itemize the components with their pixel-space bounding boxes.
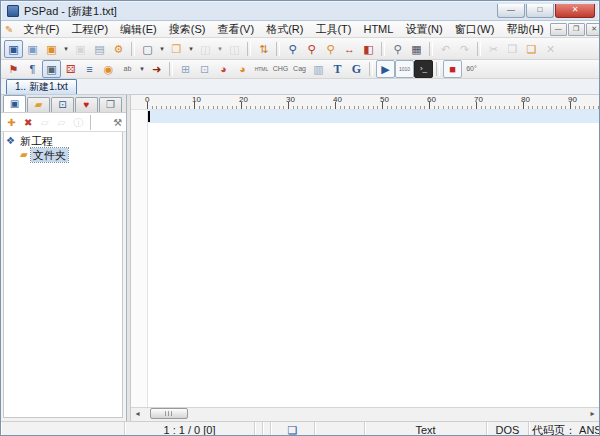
toolbar-separator <box>429 42 433 56</box>
menu-item[interactable]: 设置(N) <box>399 22 448 37</box>
scrollbar-thumb[interactable] <box>150 408 188 419</box>
open-file-menu-icon[interactable]: ▾ <box>186 40 196 58</box>
scroll-left-button[interactable]: ◂ <box>131 408 144 421</box>
menu-item[interactable]: 文件(F) <box>17 22 65 37</box>
show-formatting-icon[interactable]: ¶ <box>23 60 42 78</box>
mdi-restore-button[interactable]: ❐ <box>568 23 585 36</box>
menu-item[interactable]: 搜索(S) <box>163 22 212 37</box>
save-all-icon[interactable]: ◫ <box>225 40 244 58</box>
close-button[interactable]: ✕ <box>555 4 595 18</box>
save-file-menu-icon[interactable]: ▾ <box>215 40 225 58</box>
menu-item[interactable]: HTML <box>357 22 399 37</box>
menu-item[interactable]: 查看(V) <box>211 22 260 37</box>
tree-item-folder[interactable]: ▰ 文件夹 <box>4 148 122 162</box>
console-icon[interactable]: ›_ <box>414 60 433 78</box>
tree-item-icon: ▰ <box>20 148 28 162</box>
text-filter-icon[interactable]: T <box>328 60 347 78</box>
insert-template-icon[interactable]: ⊞ <box>176 60 195 78</box>
menu-item[interactable]: 工程(P) <box>65 22 114 37</box>
strip-tags-icon[interactable]: Cag <box>290 60 309 78</box>
project-add-file-icon[interactable]: ✚ <box>3 114 20 131</box>
frame-view-icon[interactable]: ▣ <box>42 60 61 78</box>
text-area[interactable] <box>131 110 599 407</box>
column-ruler: 0102030405060708090 <box>131 95 599 110</box>
sidebar-tab-ftp[interactable]: ⊡ <box>51 97 74 112</box>
search-replace-icon[interactable]: ⚲ <box>302 40 321 58</box>
undo-icon[interactable]: ↶ <box>436 40 455 58</box>
project-tools-icon[interactable]: ⚒ <box>109 114 126 131</box>
print-icon[interactable]: ▦ <box>407 40 426 58</box>
mdi-close-button[interactable]: ✕ <box>586 23 600 36</box>
code-tree-icon[interactable]: ⇅ <box>254 40 273 58</box>
tag-editor-icon[interactable]: ⊡ <box>195 60 214 78</box>
cut-icon[interactable]: ✂ <box>484 40 503 58</box>
minimize-button[interactable]: — <box>497 4 525 18</box>
delete-icon[interactable]: ✕ <box>541 40 560 58</box>
status-line-ending: DOS <box>487 422 529 436</box>
print-preview-icon[interactable]: ⚲ <box>388 40 407 58</box>
lock-file-icon[interactable]: ◉ <box>99 60 118 78</box>
project-close-icon[interactable]: ▣ <box>71 40 90 58</box>
project-remove-file-icon[interactable]: ✖ <box>20 114 37 131</box>
tab-new-file-1[interactable]: 1.. 新建1.txt <box>6 79 77 94</box>
color-picker-icon[interactable]: ◕ <box>214 60 233 78</box>
project-new-icon[interactable]: ▣ <box>4 40 23 58</box>
project-save-icon[interactable]: ▣ <box>42 40 61 58</box>
scroll-right-button[interactable]: ▸ <box>586 408 599 421</box>
open-file-icon[interactable]: ❒ <box>167 40 186 58</box>
maximize-button[interactable]: □ <box>526 4 554 18</box>
change-case-icon[interactable]: CHG <box>271 60 290 78</box>
titlebar[interactable]: PSPad - [新建1.txt] —□✕ <box>1 1 599 20</box>
menu-item[interactable]: 工具(T) <box>309 22 357 37</box>
syntax-colors-icon[interactable]: ⚄ <box>61 60 80 78</box>
menu-item[interactable]: 格式(R) <box>260 22 309 37</box>
paste-icon[interactable]: ❏ <box>522 40 541 58</box>
project-keymap-icon[interactable]: ▤ <box>90 40 109 58</box>
project-open-icon[interactable]: ▣ <box>23 40 42 58</box>
run-script-icon[interactable]: ▶ <box>376 60 395 78</box>
status-caret-position: 1 : 1 / 0 [0] <box>125 422 255 436</box>
horizontal-scrollbar[interactable]: ◂ ▸ <box>131 407 599 421</box>
menu-item[interactable]: 编辑(E) <box>114 22 163 37</box>
new-file-menu-icon[interactable]: ▾ <box>157 40 167 58</box>
project-info-icon[interactable]: ⓘ <box>70 114 87 131</box>
pin-icon[interactable]: ➜ <box>147 60 166 78</box>
menu-item[interactable]: 帮助(H) <box>500 22 549 37</box>
google-search-icon[interactable]: G <box>347 60 366 78</box>
degree-icon[interactable]: 60° <box>462 60 481 78</box>
sidebar-tab-favorites[interactable]: ♥ <box>75 97 98 112</box>
tree-item-project[interactable]: ❖ 新工程 <box>4 134 122 148</box>
wysiwyg-icon[interactable]: HTML <box>252 60 271 78</box>
copy-icon[interactable]: ❐ <box>503 40 522 58</box>
table-icon[interactable]: ▥ <box>309 60 328 78</box>
redo-icon[interactable]: ↷ <box>455 40 474 58</box>
mdi-minimize-button[interactable]: — <box>550 23 567 36</box>
window-title: PSPad - [新建1.txt] <box>24 4 493 19</box>
record-macro-icon[interactable]: ■ <box>443 60 462 78</box>
project-new-folder-icon[interactable]: ▱ <box>36 114 53 131</box>
sidebar-tab-windows[interactable]: ❐ <box>99 97 122 112</box>
toolbar-separator <box>247 42 251 56</box>
goto-line-icon[interactable]: ↔ <box>340 40 359 58</box>
new-file-icon[interactable]: ▢ <box>138 40 157 58</box>
project-save-menu-icon[interactable]: ▾ <box>61 40 71 58</box>
search-in-files-icon[interactable]: ⚲ <box>321 40 340 58</box>
sidebar-tab-project[interactable]: ▣ <box>3 95 26 112</box>
sort-lines-icon[interactable]: ≡ <box>80 60 99 78</box>
numbers-icon[interactable]: 1010 <box>395 60 414 78</box>
tree-item-icon: ❖ <box>6 134 15 148</box>
sidebar-tab-files[interactable]: ▰ <box>27 97 50 112</box>
status-codepage: 代码页： ANSI (W <box>529 422 599 436</box>
menu-item[interactable]: 窗口(W) <box>449 22 501 37</box>
code-explorer-icon[interactable]: ⚑ <box>4 60 23 78</box>
code-page-book-icon[interactable]: ◧ <box>359 40 378 58</box>
toolbar-separator <box>477 42 481 56</box>
scrollbar-track[interactable] <box>144 408 586 421</box>
project-settings-icon[interactable]: ⚙ <box>109 40 128 58</box>
search-icon[interactable]: ⚲ <box>283 40 302 58</box>
char-table-menu-icon[interactable]: ▾ <box>137 60 147 78</box>
project-open-folder-icon[interactable]: ▱ <box>53 114 70 131</box>
save-file-icon[interactable]: ◫ <box>196 40 215 58</box>
char-table-icon[interactable]: ab <box>118 60 137 78</box>
html-colors-icon[interactable]: ◕ <box>233 60 252 78</box>
